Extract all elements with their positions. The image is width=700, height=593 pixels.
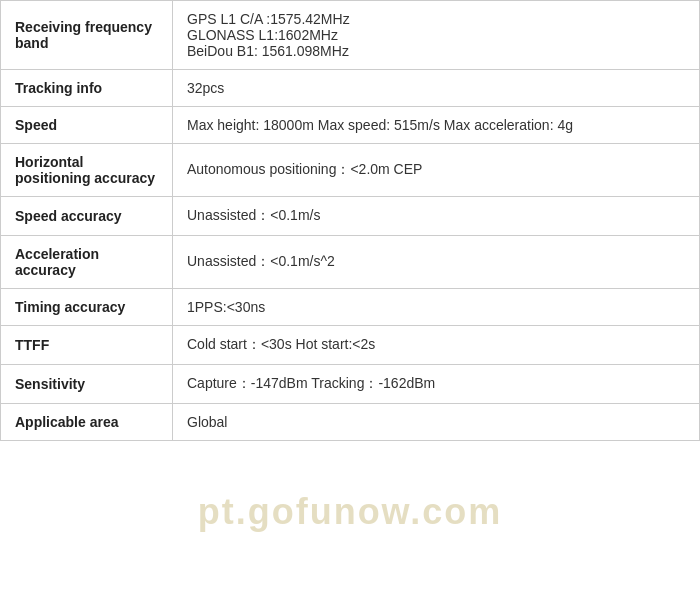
row-value: Capture：-147dBm Tracking：-162dBm xyxy=(173,365,700,404)
table-row: Timing accuracy1PPS:<30ns xyxy=(1,289,700,326)
row-label: Horizontal positioning accuracy xyxy=(1,144,173,197)
row-value: Global xyxy=(173,404,700,441)
table-row: Speed accuracyUnassisted：<0.1m/s xyxy=(1,197,700,236)
row-label: Timing accuracy xyxy=(1,289,173,326)
row-value: Cold start：<30s Hot start:<2s xyxy=(173,326,700,365)
table-row: Applicable areaGlobal xyxy=(1,404,700,441)
row-value: Unassisted：<0.1m/s^2 xyxy=(173,236,700,289)
row-value: GPS L1 C/A :1575.42MHzGLONASS L1:1602MHz… xyxy=(173,1,700,70)
row-label: Sensitivity xyxy=(1,365,173,404)
table-row: Receiving frequency bandGPS L1 C/A :1575… xyxy=(1,1,700,70)
row-value: 1PPS:<30ns xyxy=(173,289,700,326)
table-row: Acceleration accuracyUnassisted：<0.1m/s^… xyxy=(1,236,700,289)
row-value: Autonomous positioning：<2.0m CEP xyxy=(173,144,700,197)
watermark: pt.gofunow.com xyxy=(198,491,503,533)
row-value: Max height: 18000m Max speed: 515m/s Max… xyxy=(173,107,700,144)
specs-table: Receiving frequency bandGPS L1 C/A :1575… xyxy=(0,0,700,441)
row-value: 32pcs xyxy=(173,70,700,107)
row-value: Unassisted：<0.1m/s xyxy=(173,197,700,236)
row-label: Acceleration accuracy xyxy=(1,236,173,289)
table-row: TTFFCold start：<30s Hot start:<2s xyxy=(1,326,700,365)
row-label: TTFF xyxy=(1,326,173,365)
row-label: Applicable area xyxy=(1,404,173,441)
table-row: SensitivityCapture：-147dBm Tracking：-162… xyxy=(1,365,700,404)
table-row: Tracking info32pcs xyxy=(1,70,700,107)
table-row: SpeedMax height: 18000m Max speed: 515m/… xyxy=(1,107,700,144)
row-label: Tracking info xyxy=(1,70,173,107)
table-row: Horizontal positioning accuracyAutonomou… xyxy=(1,144,700,197)
row-label: Speed accuracy xyxy=(1,197,173,236)
row-label: Speed xyxy=(1,107,173,144)
row-label: Receiving frequency band xyxy=(1,1,173,70)
